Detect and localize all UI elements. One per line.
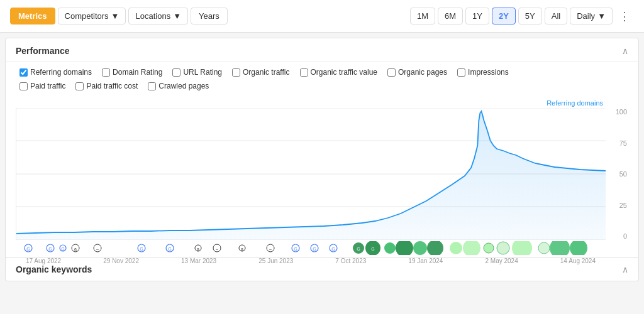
nav-tabs: Metrics Competitors ▼ Locations ▼ Years — [10, 8, 228, 24]
main-card: Performance ∧ Referring domains Domain R… — [5, 38, 639, 281]
svg-text:G: G — [48, 247, 52, 251]
y-label-25: 25 — [619, 202, 627, 209]
organic-traffic-value-checkbox[interactable] — [300, 68, 308, 77]
organic-traffic-label: Organic traffic — [243, 68, 289, 77]
locations-label: Locations — [135, 11, 170, 21]
bubbles-row: G G G a – G G a – a — [16, 241, 606, 255]
time-1y-button[interactable]: 1Y — [465, 8, 489, 24]
svg-text:G: G — [168, 247, 171, 251]
svg-text:G: G — [371, 247, 374, 251]
x-label-2: 29 Nov 2022 — [103, 257, 139, 264]
time-6m-button[interactable]: 6M — [438, 8, 463, 24]
y-axis: 100 75 50 25 0 — [606, 108, 628, 240]
x-label-7: 2 May 2024 — [485, 257, 518, 264]
chart-series-label: Referring domains — [16, 99, 628, 107]
daily-dropdown[interactable]: Daily ▼ — [570, 8, 613, 24]
svg-text:a: a — [74, 247, 77, 251]
performance-title: Performance — [16, 46, 70, 56]
svg-point-39 — [413, 241, 427, 255]
referring-domains-label: Referring domains — [30, 68, 92, 77]
checkbox-row-2: Paid traffic Paid traffic cost Crawled p… — [6, 80, 638, 94]
svg-text:–: – — [96, 247, 99, 251]
svg-point-45 — [512, 241, 532, 255]
time-controls: 1M 6M 1Y 2Y 5Y All Daily ▼ ⋮ — [410, 8, 634, 24]
daily-chevron-icon: ▼ — [597, 11, 606, 21]
checkbox-paid-traffic[interactable]: Paid traffic — [16, 80, 69, 92]
svg-text:a: a — [197, 247, 199, 251]
daily-label: Daily — [577, 11, 595, 21]
paid-traffic-cost-label: Paid traffic cost — [86, 82, 138, 90]
checkbox-url-rating[interactable]: URL Rating — [169, 67, 226, 78]
referring-domains-checkbox[interactable] — [19, 68, 28, 77]
svg-point-40 — [427, 241, 443, 255]
x-label-8: 14 Aug 2024 — [560, 257, 596, 264]
checkbox-impressions[interactable]: Impressions — [453, 67, 513, 78]
y-label-0: 0 — [623, 232, 627, 240]
competitors-dropdown[interactable]: Competitors ▼ — [58, 8, 126, 24]
locations-chevron-icon: ▼ — [173, 11, 181, 21]
checkbox-organic-traffic-value[interactable]: Organic traffic value — [296, 67, 382, 78]
svg-text:–: – — [269, 247, 272, 251]
bubbles-svg: G G G a – G G a – a — [16, 241, 606, 255]
checkbox-domain-rating[interactable]: Domain Rating — [98, 67, 166, 78]
checkbox-crawled-pages[interactable]: Crawled pages — [144, 80, 213, 92]
paid-traffic-cost-checkbox[interactable] — [75, 82, 84, 90]
time-2y-button[interactable]: 2Y — [492, 8, 516, 24]
checkbox-referring-domains[interactable]: Referring domains — [16, 67, 96, 78]
time-1m-button[interactable]: 1M — [410, 8, 435, 24]
svg-point-42 — [463, 241, 480, 255]
organic-pages-label: Organic pages — [398, 68, 447, 77]
svg-text:G: G — [357, 247, 360, 251]
organic-traffic-checkbox[interactable] — [232, 68, 240, 77]
crawled-pages-label: Crawled pages — [158, 82, 209, 90]
years-tab[interactable]: Years — [191, 8, 228, 24]
x-label-1: 17 Aug 2022 — [26, 257, 61, 264]
svg-point-48 — [570, 241, 587, 255]
more-options-button[interactable]: ⋮ — [615, 8, 634, 24]
performance-header: Performance ∧ — [6, 38, 638, 62]
performance-collapse-icon[interactable]: ∧ — [622, 46, 628, 56]
y-label-100: 100 — [616, 108, 627, 116]
chart-area: Referring domains 100 75 50 25 0 — [6, 94, 638, 257]
url-rating-label: URL Rating — [183, 68, 222, 77]
svg-text:–: – — [216, 247, 218, 251]
impressions-checkbox[interactable] — [457, 68, 465, 77]
time-all-button[interactable]: All — [545, 8, 567, 24]
competitors-label: Competitors — [65, 11, 109, 21]
svg-point-44 — [497, 242, 509, 254]
svg-text:a: a — [241, 247, 243, 251]
paid-traffic-checkbox[interactable] — [19, 82, 28, 90]
time-5y-button[interactable]: 5Y — [518, 8, 542, 24]
checkbox-organic-traffic[interactable]: Organic traffic — [228, 67, 293, 78]
crawled-pages-checkbox[interactable] — [148, 82, 156, 90]
chart-wrapper: 100 75 50 25 0 — [16, 108, 628, 240]
domain-rating-checkbox[interactable] — [102, 68, 110, 77]
svg-point-41 — [450, 242, 462, 254]
y-label-50: 50 — [619, 170, 627, 178]
svg-text:G: G — [331, 247, 335, 251]
svg-point-37 — [384, 242, 396, 254]
competitors-chevron-icon: ▼ — [111, 11, 119, 21]
locations-dropdown[interactable]: Locations ▼ — [128, 8, 188, 24]
x-label-3: 13 Mar 2023 — [181, 257, 216, 264]
y-label-75: 75 — [619, 139, 627, 147]
impressions-label: Impressions — [468, 68, 509, 77]
checkbox-paid-traffic-cost[interactable]: Paid traffic cost — [72, 80, 142, 92]
svg-text:G: G — [313, 247, 316, 251]
x-label-6: 19 Jan 2024 — [408, 257, 443, 264]
domain-rating-label: Domain Rating — [113, 68, 162, 77]
svg-point-46 — [538, 242, 550, 254]
x-axis: 17 Aug 2022 29 Nov 2022 13 Mar 2023 25 J… — [16, 255, 628, 267]
url-rating-checkbox[interactable] — [172, 68, 180, 77]
checkbox-organic-pages[interactable]: Organic pages — [384, 67, 451, 78]
chart-svg — [16, 108, 606, 240]
organic-pages-checkbox[interactable] — [387, 68, 396, 77]
x-label-5: 7 Oct 2023 — [335, 257, 366, 264]
svg-point-47 — [550, 241, 570, 255]
metrics-tab[interactable]: Metrics — [10, 8, 55, 24]
svg-point-38 — [396, 241, 413, 255]
organic-traffic-value-label: Organic traffic value — [311, 68, 378, 77]
paid-traffic-label: Paid traffic — [30, 82, 65, 90]
svg-text:G: G — [61, 247, 64, 251]
chart-area-fill — [16, 111, 606, 240]
